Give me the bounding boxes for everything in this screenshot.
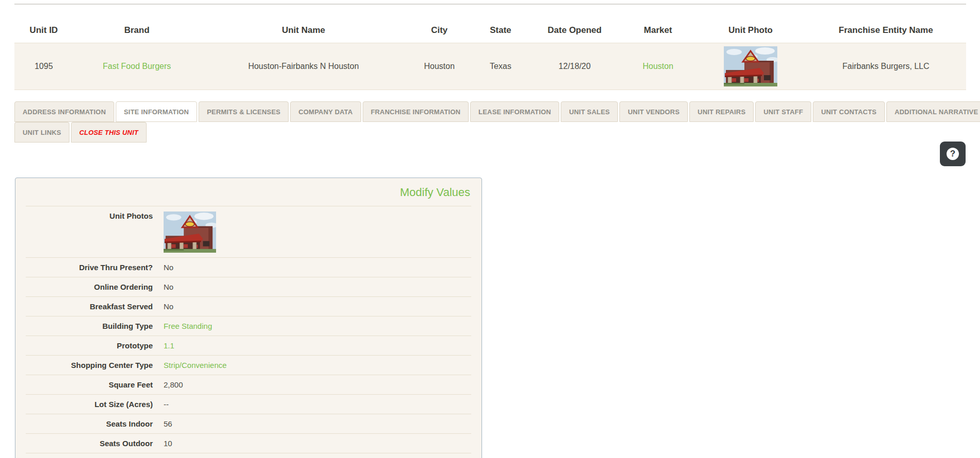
column-header-state: State [472,5,529,43]
field-row-online-ordering: Online Ordering No [26,277,471,296]
field-value: -- [164,400,169,409]
field-value: No [164,263,173,272]
field-row-lot-size: Lot Size (Acres) -- [26,394,471,414]
tab-unit-vendors[interactable]: UNIT VENDORS [619,101,688,122]
field-row-breakfast-served: Breakfast Served No [26,296,471,316]
unit-id-value: 1095 [14,62,73,71]
field-label: Online Ordering [26,283,153,291]
unit-tab-strip: ADDRESS INFORMATION SITE INFORMATION PER… [14,101,964,143]
tab-site-information[interactable]: SITE INFORMATION [116,101,197,122]
field-row-prototype: Prototype 1.1 [26,336,471,355]
column-header-brand: Brand [73,5,201,43]
field-row-total-seats: Total Seats 66 [26,453,471,458]
field-row-seats-indoor: Seats Indoor 56 [26,414,471,433]
tab-permits-licenses[interactable]: PERMITS & LICENSES [199,101,289,122]
field-label: Lot Size (Acres) [26,400,153,409]
tab-unit-staff[interactable]: UNIT STAFF [755,101,811,122]
brand-link[interactable]: Fast Food Burgers [103,62,171,71]
field-label: Square Feet [26,380,153,389]
tab-row-1: ADDRESS INFORMATION SITE INFORMATION PER… [14,101,964,122]
unit-table-row: 1095 Fast Food Burgers Houston-Fairbanks… [14,43,966,90]
tab-unit-repairs[interactable]: UNIT REPAIRS [689,101,754,122]
date-opened-value: 12/18/20 [529,62,620,71]
column-header-date-opened: Date Opened [529,5,620,43]
tab-unit-contacts[interactable]: UNIT CONTACTS [813,101,885,122]
tab-lease-information[interactable]: LEASE INFORMATION [470,101,559,122]
panel-header: Modify Values [15,178,482,206]
field-label: Building Type [26,322,153,330]
site-information-panel: Modify Values Unit Photos Drive Thru Pre… [15,178,482,458]
column-header-unit-id: Unit ID [14,5,73,43]
question-mark-icon: ? [947,148,959,160]
field-label: Breakfast Served [26,302,153,311]
unit-photo-image-icon[interactable] [164,212,216,253]
field-label: Seats Indoor [26,419,153,428]
unit-photos-row: Unit Photos [26,206,471,257]
field-value: No [164,283,173,291]
tab-unit-sales[interactable]: UNIT SALES [561,101,618,122]
tab-additional-narrative[interactable]: ADDITIONAL NARRATIVE [886,101,980,122]
field-value: 2,800 [164,380,183,389]
field-value: 10 [164,439,172,448]
unit-photo-thumbnail-icon[interactable] [724,46,777,86]
column-header-market: Market [620,5,696,43]
field-value: 56 [164,419,172,428]
franchise-entity-name-value: Fairbanks Burgers, LLC [806,62,966,71]
field-label-unit-photos: Unit Photos [26,212,153,220]
city-value: Houston [406,62,472,71]
field-label: Prototype [26,341,153,350]
field-value: No [164,302,173,311]
help-button[interactable]: ? [940,142,966,166]
column-header-unit-name: Unit Name [201,5,406,43]
field-label: Shopping Center Type [26,361,153,369]
field-row-building-type: Building Type Free Standing [26,316,471,336]
field-row-shopping-center-type: Shopping Center Type Strip/Convenience [26,355,471,375]
tab-address-information[interactable]: ADDRESS INFORMATION [14,101,114,122]
unit-name-value: Houston-Fairbanks N Houston [201,62,406,71]
field-row-drive-thru: Drive Thru Present? No [26,257,471,277]
field-label: Seats Outdoor [26,439,153,448]
tab-franchise-information[interactable]: FRANCHISE INFORMATION [363,101,469,122]
field-row-square-feet: Square Feet 2,800 [26,375,471,394]
field-value: Free Standing [164,322,212,330]
market-link[interactable]: Houston [643,62,673,71]
column-header-city: City [406,5,472,43]
column-header-unit-photo: Unit Photo [696,5,806,43]
field-value: 1.1 [164,341,174,350]
tab-company-data[interactable]: COMPANY DATA [290,101,361,122]
tab-row-2: UNIT LINKS CLOSE THIS UNIT [14,122,964,143]
unit-table-header-row: Unit ID Brand Unit Name City State Date … [14,5,966,43]
field-row-seats-outdoor: Seats Outdoor 10 [26,433,471,453]
state-value: Texas [472,62,529,71]
tab-close-this-unit[interactable]: CLOSE THIS UNIT [71,122,147,143]
field-label: Drive Thru Present? [26,263,153,272]
unit-summary-table: Unit ID Brand Unit Name City State Date … [14,5,966,90]
field-value: Strip/Convenience [164,361,227,369]
modify-values-link[interactable]: Modify Values [400,186,470,199]
column-header-franchise-entity-name: Franchise Entity Name [806,5,966,43]
tab-unit-links[interactable]: UNIT LINKS [14,122,69,143]
